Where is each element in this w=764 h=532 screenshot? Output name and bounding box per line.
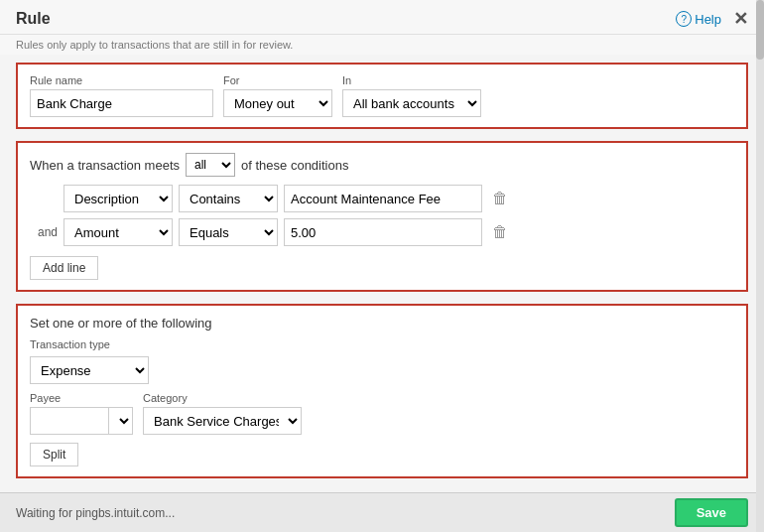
for-group: For Money out Money in Both	[223, 74, 332, 117]
condition-operator-1[interactable]: Contains Equals Starts with	[179, 185, 278, 212]
condition-value-1[interactable]	[284, 185, 482, 212]
payee-input-group: ▼	[30, 407, 133, 435]
payee-category-row: Payee ▼ Category Bank Service Charges Of…	[30, 392, 734, 435]
condition-row-1: Description Amount Payee Contains Equals…	[30, 185, 734, 212]
header-actions: ? Help ✕	[676, 8, 748, 30]
condition-value-2[interactable]	[284, 218, 482, 246]
category-select[interactable]: Bank Service Charges Office Expenses	[143, 407, 302, 435]
payee-label: Payee	[30, 392, 133, 404]
help-link[interactable]: ? Help	[676, 11, 721, 27]
conditions-section: When a transaction meets all any of thes…	[16, 141, 748, 292]
in-select[interactable]: All bank accounts	[342, 89, 481, 117]
condition-prefix-2: and	[30, 225, 58, 239]
transaction-type-select[interactable]: Expense Income Transfer	[30, 356, 149, 384]
rule-modal: Rule ? Help ✕ Rules only apply to transa…	[0, 0, 764, 532]
close-button[interactable]: ✕	[733, 8, 748, 30]
add-line-button[interactable]: Add line	[30, 256, 98, 280]
delete-condition-1-icon[interactable]: 🗑	[488, 188, 512, 209]
modal-subtitle: Rules only apply to transactions that ar…	[0, 35, 764, 55]
condition-field-2[interactable]: Amount Description Payee	[64, 218, 173, 246]
payee-dropdown[interactable]: ▼	[109, 407, 133, 435]
condition-row-2: and Amount Description Payee Equals Cont…	[30, 218, 734, 246]
rule-name-input[interactable]	[30, 89, 213, 117]
conditions-suffix: of these conditions	[241, 158, 348, 173]
modal-title: Rule	[16, 10, 51, 28]
for-select[interactable]: Money out Money in Both	[223, 89, 332, 117]
rule-name-row: Rule name For Money out Money in Both In…	[30, 74, 734, 117]
all-select[interactable]: all any	[186, 153, 235, 177]
help-label: Help	[695, 12, 721, 27]
category-group: Category Bank Service Charges Office Exp…	[143, 392, 302, 435]
transaction-type-label: Transaction type	[30, 338, 734, 350]
in-group: In All bank accounts	[342, 74, 481, 117]
payee-input[interactable]	[30, 407, 109, 435]
for-label: For	[223, 74, 332, 86]
category-label: Category	[143, 392, 302, 404]
condition-operator-2[interactable]: Equals Contains Greater than	[179, 218, 278, 246]
condition-field-1[interactable]: Description Amount Payee	[64, 185, 173, 212]
footer-status: Waiting for pingbs.intuit.com...	[16, 506, 175, 520]
help-circle-icon: ?	[676, 11, 692, 27]
conditions-prefix: When a transaction meets	[30, 158, 180, 173]
modal-footer: Waiting for pingbs.intuit.com... Save	[0, 492, 764, 532]
scrollbar[interactable]	[756, 0, 764, 532]
in-label: In	[342, 74, 481, 86]
save-button[interactable]: Save	[675, 498, 748, 527]
rule-name-group: Rule name	[30, 74, 213, 117]
modal-body: Rule name For Money out Money in Both In…	[0, 55, 764, 497]
conditions-title: When a transaction meets all any of thes…	[30, 153, 734, 177]
scrollbar-thumb[interactable]	[756, 0, 764, 60]
following-title: Set one or more of the following	[30, 316, 734, 331]
rule-name-label: Rule name	[30, 74, 213, 86]
transaction-type-group: Transaction type Expense Income Transfer	[30, 338, 734, 384]
modal-header: Rule ? Help ✕	[0, 0, 764, 35]
delete-condition-2-icon[interactable]: 🗑	[488, 221, 512, 243]
split-button[interactable]: Split	[30, 443, 78, 466]
rule-name-section: Rule name For Money out Money in Both In…	[16, 63, 748, 129]
following-section: Set one or more of the following Transac…	[16, 304, 748, 478]
payee-group: Payee ▼	[30, 392, 133, 435]
